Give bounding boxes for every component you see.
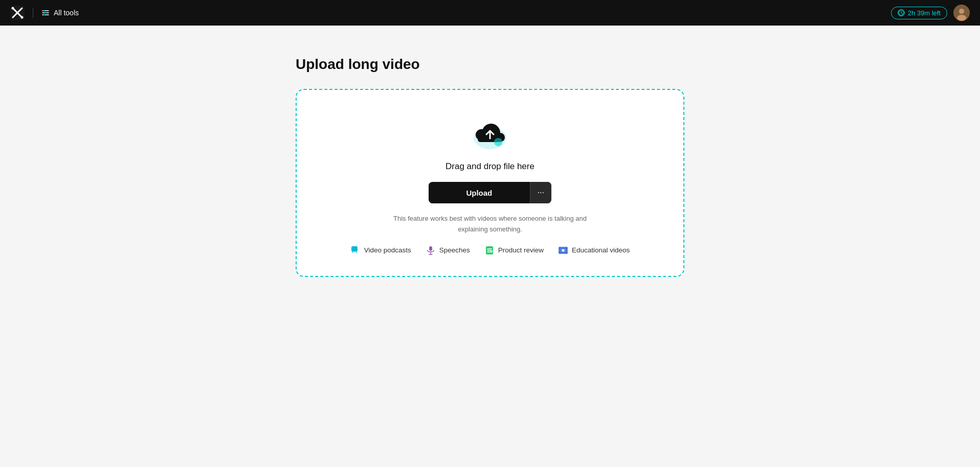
main-content: Upload long video Drag and drop file her…	[0, 26, 980, 297]
upload-more-options-button[interactable]: ···	[530, 182, 551, 203]
navbar: All tools 2h 39m left	[0, 0, 980, 26]
tag-educational-videos: Educational videos	[558, 245, 630, 255]
all-tools-button[interactable]: All tools	[41, 9, 79, 17]
clock-icon	[898, 9, 905, 16]
tag-video-podcasts: Video podcasts	[350, 245, 411, 255]
content-type-tags: Video podcasts Speeches	[350, 245, 630, 255]
cloud-upload-icon	[470, 115, 510, 151]
capcut-logo[interactable]	[10, 6, 25, 20]
page-title: Upload long video	[296, 56, 420, 73]
tools-icon	[41, 9, 50, 17]
feature-hint-text: This feature works best with videos wher…	[377, 214, 603, 235]
tag-product-review: Product review	[484, 245, 544, 255]
upload-dropzone[interactable]: Drag and drop file here Upload ··· This …	[296, 89, 684, 277]
svg-rect-15	[429, 246, 432, 251]
checklist-icon	[484, 245, 495, 255]
user-avatar[interactable]	[953, 5, 970, 21]
tag-speeches: Speeches	[426, 245, 470, 255]
mic-icon	[426, 245, 436, 255]
navbar-right: 2h 39m left	[891, 5, 970, 21]
drag-drop-text: Drag and drop file here	[446, 161, 534, 172]
svg-rect-14	[351, 246, 358, 251]
svg-rect-7	[43, 14, 45, 15]
svg-point-3	[12, 7, 14, 10]
svg-point-4	[21, 16, 24, 19]
svg-rect-6	[45, 12, 47, 13]
svg-point-13	[494, 138, 502, 146]
tag-educational-videos-label: Educational videos	[572, 246, 630, 254]
tag-video-podcasts-label: Video podcasts	[364, 246, 411, 254]
tag-product-review-label: Product review	[498, 246, 544, 254]
svg-rect-5	[43, 10, 45, 11]
svg-point-10	[959, 9, 964, 14]
time-remaining-text: 2h 39m left	[908, 9, 941, 17]
time-remaining-badge[interactable]: 2h 39m left	[891, 7, 947, 19]
upload-button-group: Upload ···	[429, 182, 551, 203]
upload-button[interactable]: Upload	[429, 182, 530, 203]
navbar-left: All tools	[10, 6, 79, 20]
all-tools-label: All tools	[54, 9, 79, 17]
svg-point-27	[562, 249, 565, 251]
svg-point-11	[957, 15, 966, 21]
avatar-image	[953, 5, 970, 21]
tag-speeches-label: Speeches	[439, 246, 470, 254]
nav-divider	[33, 8, 33, 18]
svg-rect-25	[560, 247, 561, 254]
svg-rect-26	[566, 247, 567, 254]
chat-icon	[350, 245, 361, 255]
film-icon	[558, 245, 568, 255]
